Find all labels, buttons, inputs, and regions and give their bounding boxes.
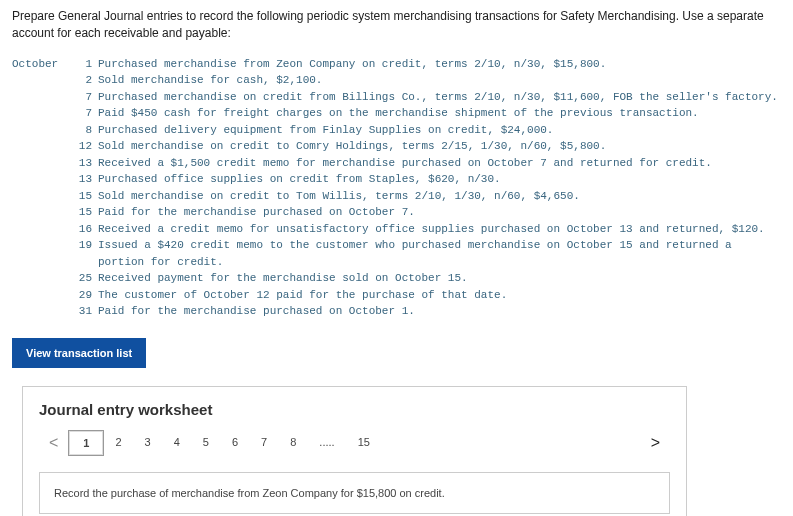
transaction-row: 7Paid $450 cash for freight charges on t… <box>12 105 781 122</box>
transaction-row: 13Purchased office supplies on credit fr… <box>12 171 781 188</box>
entry-instruction: Record the purchase of merchandise from … <box>39 472 670 515</box>
worksheet-tab-8[interactable]: 8 <box>278 430 308 456</box>
transaction-row: 15Paid for the merchandise purchased on … <box>12 204 781 221</box>
transaction-row: 7Purchased merchandise on credit from Bi… <box>12 89 781 106</box>
tab-nav-prev[interactable]: < <box>39 434 68 452</box>
transactions-list: October1Purchased merchandise from Zeon … <box>12 56 781 320</box>
transaction-row: 29The customer of October 12 paid for th… <box>12 287 781 304</box>
worksheet-tabs-row: < 12345678.....15 > <box>39 430 670 456</box>
transaction-row: 2Sold merchandise for cash, $2,100. <box>12 72 781 89</box>
worksheet-tab-5[interactable]: 5 <box>191 430 221 456</box>
tab-nav-next[interactable]: > <box>641 434 670 452</box>
worksheet-tab-1[interactable]: 1 <box>68 430 104 456</box>
transaction-row: 8Purchased delivery equipment from Finla… <box>12 122 781 139</box>
journal-entry-worksheet: Journal entry worksheet < 12345678.....1… <box>22 386 687 516</box>
worksheet-title: Journal entry worksheet <box>39 401 670 418</box>
worksheet-tab-4[interactable]: 4 <box>162 430 192 456</box>
transaction-row: 31Paid for the merchandise purchased on … <box>12 303 781 320</box>
transaction-row: October1Purchased merchandise from Zeon … <box>12 56 781 73</box>
worksheet-tab-6[interactable]: 6 <box>220 430 250 456</box>
worksheet-tab-3[interactable]: 3 <box>133 430 163 456</box>
worksheet-tab-15[interactable]: 15 <box>346 430 382 456</box>
transaction-row: 19Issued a $420 credit memo to the custo… <box>12 237 781 270</box>
transaction-row: 25Received payment for the merchandise s… <box>12 270 781 287</box>
transaction-row: 16Received a credit memo for unsatisfact… <box>12 221 781 238</box>
worksheet-tab-7[interactable]: 7 <box>249 430 279 456</box>
worksheet-tab-2[interactable]: 2 <box>103 430 133 456</box>
worksheet-tab-.....: ..... <box>307 430 346 456</box>
view-transaction-list-button[interactable]: View transaction list <box>12 338 146 368</box>
intro-text: Prepare General Journal entries to recor… <box>12 8 781 42</box>
transaction-row: 15Sold merchandise on credit to Tom Will… <box>12 188 781 205</box>
transaction-row: 12Sold merchandise on credit to Comry Ho… <box>12 138 781 155</box>
transaction-row: 13Received a $1,500 credit memo for merc… <box>12 155 781 172</box>
